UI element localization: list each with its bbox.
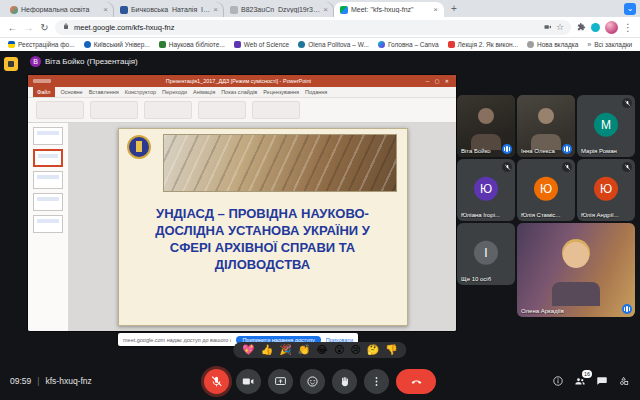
call-buttons bbox=[204, 369, 436, 394]
slide-thumbnail[interactable] bbox=[33, 215, 63, 233]
bookmark-favicon bbox=[234, 41, 241, 48]
activities-icon[interactable] bbox=[618, 375, 630, 387]
raise-hand-button[interactable] bbox=[332, 369, 357, 394]
reaction-clap-emoji[interactable]: 👏 bbox=[298, 345, 310, 355]
tab-close-icon[interactable]: × bbox=[213, 5, 218, 14]
tab-search-icon[interactable]: ⌄ bbox=[624, 3, 636, 15]
browser-menu-icon[interactable]: ⋮ bbox=[623, 22, 633, 33]
tab-close-icon[interactable]: × bbox=[433, 5, 438, 14]
chat-icon[interactable] bbox=[596, 375, 608, 387]
reaction-party-emoji[interactable]: 🎉 bbox=[279, 345, 291, 355]
participant-avatar: Ю bbox=[474, 177, 498, 201]
more-participants-label: Ще 10 осіб bbox=[461, 276, 502, 282]
participant-tile[interactable]: Ю Юлія Андрії... bbox=[577, 159, 635, 221]
ppt-tab-file[interactable]: Файл bbox=[33, 87, 55, 97]
participant-tile[interactable]: Віта Бойко bbox=[457, 95, 515, 157]
more-options-button[interactable] bbox=[364, 369, 389, 394]
ppt-tab-view[interactable]: Подання bbox=[305, 89, 327, 95]
extension-icon[interactable] bbox=[591, 23, 600, 32]
people-panel-button[interactable]: 16 bbox=[574, 375, 586, 387]
slide-thumbnail[interactable] bbox=[33, 127, 63, 145]
mic-mute-button[interactable] bbox=[204, 369, 229, 394]
new-tab-button[interactable]: + bbox=[447, 2, 461, 16]
participant-avatar: Ю bbox=[594, 177, 618, 201]
tab-close-icon[interactable]: × bbox=[103, 5, 108, 14]
bookmark-item[interactable]: Нова вкладка bbox=[527, 41, 578, 48]
reaction-thumbsup-emoji[interactable]: 👍 bbox=[261, 345, 273, 355]
bookmark-item[interactable]: Реєстраційна фо... bbox=[8, 41, 75, 48]
mic-muted-icon bbox=[622, 162, 632, 172]
tab-favicon bbox=[230, 6, 238, 14]
participant-tile[interactable]: Олена Аркадіїв bbox=[517, 223, 635, 317]
slide-title-text: УНДІАСД – ПРОВІДНА НАУКОВО-ДОСЛІДНА УСТА… bbox=[135, 205, 391, 274]
forward-button[interactable]: → bbox=[23, 22, 34, 33]
reaction-thinking-emoji[interactable]: 🤔 bbox=[367, 345, 379, 355]
ppt-tab-insert[interactable]: Вставлення bbox=[89, 89, 119, 95]
tab-close-icon[interactable]: × bbox=[323, 5, 328, 14]
reactions-button[interactable] bbox=[300, 369, 325, 394]
mic-muted-icon bbox=[622, 98, 632, 108]
browser-tab-3[interactable]: B823auCn_Dzvygj19r3rD... × bbox=[224, 2, 334, 17]
bookmark-item[interactable]: Наукова бібліоте... bbox=[159, 41, 225, 48]
leave-call-button[interactable] bbox=[396, 369, 436, 394]
screen: Неформальна освіта × Бичковська_Наталія_… bbox=[0, 0, 640, 400]
reaction-heart-emoji[interactable]: 💖 bbox=[242, 345, 254, 355]
bookmark-item[interactable]: Київський Універ... bbox=[84, 41, 150, 48]
reaction-thumbsdown-emoji[interactable]: 👎 bbox=[385, 345, 397, 355]
participant-name: Марія Роман bbox=[581, 148, 622, 154]
browser-tab-2[interactable]: Бичковська_Наталія_ІЕАС... × bbox=[114, 2, 224, 17]
overlay-extension-icon[interactable] bbox=[4, 57, 18, 71]
reaction-sad-emoji[interactable]: 😢 bbox=[350, 345, 360, 355]
ppt-window-controls[interactable]: ─ ▢ ✕ bbox=[426, 78, 451, 84]
profile-avatar[interactable] bbox=[605, 21, 618, 34]
ppt-tab-transitions[interactable]: Переходи bbox=[162, 89, 187, 95]
slide-thumbnail-selected[interactable] bbox=[33, 149, 63, 167]
bookmark-item[interactable]: Лекція 2. Як викон... bbox=[448, 41, 518, 48]
slide-thumbnail[interactable] bbox=[33, 171, 63, 189]
bookmark-label: Реєстраційна фо... bbox=[18, 41, 75, 48]
bookmark-item[interactable]: Головна – Canva bbox=[378, 41, 439, 48]
ppt-quick-access-toolbar bbox=[33, 79, 51, 83]
present-screen-button[interactable] bbox=[268, 369, 293, 394]
ppt-tab-slideshow[interactable]: Показ слайдів bbox=[221, 89, 257, 95]
address-bar[interactable]: meet.google.com/kfs-hxuq-fnz ☆ bbox=[55, 20, 571, 35]
info-icon[interactable] bbox=[552, 375, 564, 387]
bookmark-favicon bbox=[298, 41, 305, 48]
extensions-puzzle-icon[interactable] bbox=[576, 22, 586, 32]
bookmark-item[interactable]: Web of Science bbox=[234, 41, 289, 48]
reload-button[interactable]: ↻ bbox=[39, 22, 50, 33]
ppt-tab-home[interactable]: Основне bbox=[61, 89, 83, 95]
pencils-photo bbox=[163, 134, 397, 192]
tab-title: Бичковська_Наталія_ІЕАС... bbox=[131, 6, 210, 13]
ppt-window-title: Презентація1_2017_ДДЗ [Режим сумісності]… bbox=[55, 78, 422, 84]
bookmark-label: Нова вкладка bbox=[537, 41, 578, 48]
browser-tab-meet-active[interactable]: Meet: "kfs-hxuq-fnz" × bbox=[334, 2, 444, 17]
participant-tile[interactable]: Ю Юлія Стаміс... bbox=[517, 159, 575, 221]
screen-share-indicator-icon[interactable] bbox=[544, 23, 552, 31]
participant-name: Олена Аркадіїв bbox=[521, 308, 622, 314]
participant-tile[interactable]: Інна Олекса bbox=[517, 95, 575, 157]
reaction-laugh-emoji[interactable]: 😂 bbox=[316, 345, 328, 355]
meet-stage: В Віта Бойко (Презентація) Презентація1_… bbox=[0, 51, 640, 400]
participant-tile[interactable]: М Марія Роман bbox=[577, 95, 635, 157]
reaction-wow-emoji[interactable]: 😮 bbox=[334, 345, 344, 355]
more-participants-tile[interactable]: І Ще 10 осіб bbox=[457, 223, 515, 285]
back-button[interactable]: ← bbox=[7, 22, 18, 33]
bookmark-label: Наукова бібліоте... bbox=[169, 41, 225, 48]
camera-button[interactable] bbox=[236, 369, 261, 394]
bookmark-item[interactable]: Olena Politova – W... bbox=[298, 41, 369, 48]
bookmark-star-icon[interactable]: ☆ bbox=[556, 22, 564, 32]
bookmark-favicon bbox=[159, 41, 166, 48]
ribbon-group bbox=[144, 101, 192, 119]
ppt-tab-animations[interactable]: Анімація bbox=[193, 89, 215, 95]
participant-count-badge: 16 bbox=[582, 370, 592, 378]
slide-thumbnail[interactable] bbox=[33, 193, 63, 211]
participant-name: Віта Бойко bbox=[461, 148, 502, 154]
ppt-tab-design[interactable]: Конструктор bbox=[125, 89, 156, 95]
participant-tile[interactable]: Ю Юліана Ігорі... bbox=[457, 159, 515, 221]
ppt-tab-review[interactable]: Рецензування bbox=[263, 89, 299, 95]
all-bookmarks-button[interactable]: »Всі закладки bbox=[587, 41, 632, 48]
browser-tab-1[interactable]: Неформальна освіта × bbox=[4, 2, 114, 17]
participant-avatar: І bbox=[474, 241, 498, 265]
meeting-info: 09:59 | kfs-hxuq-fnz bbox=[10, 376, 92, 386]
